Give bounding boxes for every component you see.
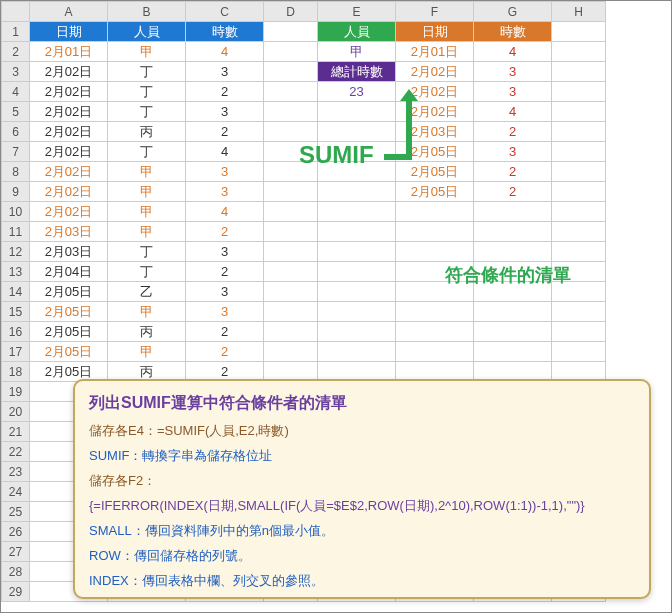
cell[interactable] [552, 142, 606, 162]
col-header[interactable]: E [318, 2, 396, 22]
cell[interactable]: 2 [186, 222, 264, 242]
cell[interactable]: 3 [186, 302, 264, 322]
cell[interactable] [264, 202, 318, 222]
cell[interactable] [396, 222, 474, 242]
cell[interactable] [318, 182, 396, 202]
cell[interactable]: 丁 [108, 82, 186, 102]
row-header[interactable]: 19 [2, 382, 30, 402]
cell[interactable] [264, 42, 318, 62]
cell[interactable]: 2 [474, 122, 552, 142]
cell[interactable]: 2月02日 [30, 142, 108, 162]
cell[interactable] [396, 342, 474, 362]
cell[interactable]: 2月05日 [30, 342, 108, 362]
cell[interactable]: 丁 [108, 142, 186, 162]
row-header[interactable]: 15 [2, 302, 30, 322]
cell[interactable]: 人員 [108, 22, 186, 42]
corner-cell[interactable] [2, 2, 30, 22]
cell[interactable]: 丙 [108, 322, 186, 342]
cell[interactable]: 2 [474, 162, 552, 182]
cell[interactable]: 4 [474, 42, 552, 62]
cell[interactable] [552, 342, 606, 362]
cell[interactable]: 乙 [108, 282, 186, 302]
cell[interactable] [552, 182, 606, 202]
cell[interactable] [474, 302, 552, 322]
cell[interactable]: 2 [186, 322, 264, 342]
cell[interactable] [264, 22, 318, 42]
cell[interactable]: 3 [186, 102, 264, 122]
cell[interactable]: 3 [186, 182, 264, 202]
cell[interactable]: 2月02日 [396, 62, 474, 82]
cell[interactable]: 人員 [318, 22, 396, 42]
cell[interactable]: 2月02日 [30, 162, 108, 182]
row-header[interactable]: 5 [2, 102, 30, 122]
cell[interactable]: 丙 [108, 122, 186, 142]
cell[interactable]: 4 [474, 102, 552, 122]
cell[interactable]: 時數 [474, 22, 552, 42]
row-header[interactable]: 14 [2, 282, 30, 302]
cell[interactable]: 3 [186, 162, 264, 182]
cell[interactable]: 時數 [186, 22, 264, 42]
cell[interactable]: 3 [474, 82, 552, 102]
cell[interactable] [318, 242, 396, 262]
cell[interactable] [474, 222, 552, 242]
cell[interactable] [552, 162, 606, 182]
cell[interactable] [396, 302, 474, 322]
cell[interactable] [474, 202, 552, 222]
cell[interactable]: 總計時數 [318, 62, 396, 82]
cell[interactable]: 丁 [108, 242, 186, 262]
col-header[interactable]: A [30, 2, 108, 22]
cell[interactable]: 2月05日 [30, 322, 108, 342]
cell[interactable]: 甲 [108, 202, 186, 222]
row-header[interactable]: 24 [2, 482, 30, 502]
cell[interactable]: 丁 [108, 262, 186, 282]
cell[interactable]: 甲 [108, 302, 186, 322]
cell[interactable] [552, 202, 606, 222]
cell[interactable] [396, 322, 474, 342]
cell[interactable]: 2月02日 [30, 82, 108, 102]
row-header[interactable]: 29 [2, 582, 30, 602]
cell[interactable]: 2 [186, 82, 264, 102]
cell[interactable]: 3 [186, 62, 264, 82]
col-header[interactable]: C [186, 2, 264, 22]
cell[interactable]: 甲 [108, 222, 186, 242]
row-header[interactable]: 21 [2, 422, 30, 442]
cell[interactable]: 2 [186, 342, 264, 362]
cell[interactable]: 2月02日 [30, 62, 108, 82]
cell[interactable]: 2月05日 [396, 162, 474, 182]
cell[interactable]: 4 [186, 142, 264, 162]
row-header[interactable]: 6 [2, 122, 30, 142]
cell[interactable]: 甲 [108, 162, 186, 182]
cell[interactable] [264, 182, 318, 202]
cell[interactable] [552, 222, 606, 242]
cell[interactable] [264, 322, 318, 342]
row-header[interactable]: 23 [2, 462, 30, 482]
cell[interactable]: 甲 [108, 182, 186, 202]
cell[interactable] [552, 102, 606, 122]
row-header[interactable]: 28 [2, 562, 30, 582]
cell[interactable] [318, 222, 396, 242]
cell[interactable] [552, 62, 606, 82]
row-header[interactable]: 4 [2, 82, 30, 102]
cell[interactable] [552, 122, 606, 142]
cell[interactable] [552, 82, 606, 102]
cell[interactable]: 2 [186, 262, 264, 282]
row-header[interactable]: 27 [2, 542, 30, 562]
row-header[interactable]: 9 [2, 182, 30, 202]
cell[interactable] [264, 222, 318, 242]
row-header[interactable]: 13 [2, 262, 30, 282]
row-header[interactable]: 16 [2, 322, 30, 342]
cell[interactable]: 2月02日 [30, 182, 108, 202]
cell[interactable] [474, 342, 552, 362]
cell[interactable]: 4 [186, 42, 264, 62]
cell[interactable] [264, 242, 318, 262]
cell[interactable]: 2 [474, 182, 552, 202]
cell[interactable] [474, 242, 552, 262]
row-header[interactable]: 25 [2, 502, 30, 522]
cell[interactable]: 2月01日 [30, 42, 108, 62]
cell[interactable]: 丁 [108, 102, 186, 122]
cell[interactable] [264, 302, 318, 322]
col-header[interactable]: D [264, 2, 318, 22]
cell[interactable] [552, 302, 606, 322]
cell[interactable]: 3 [474, 62, 552, 82]
row-header[interactable]: 18 [2, 362, 30, 382]
